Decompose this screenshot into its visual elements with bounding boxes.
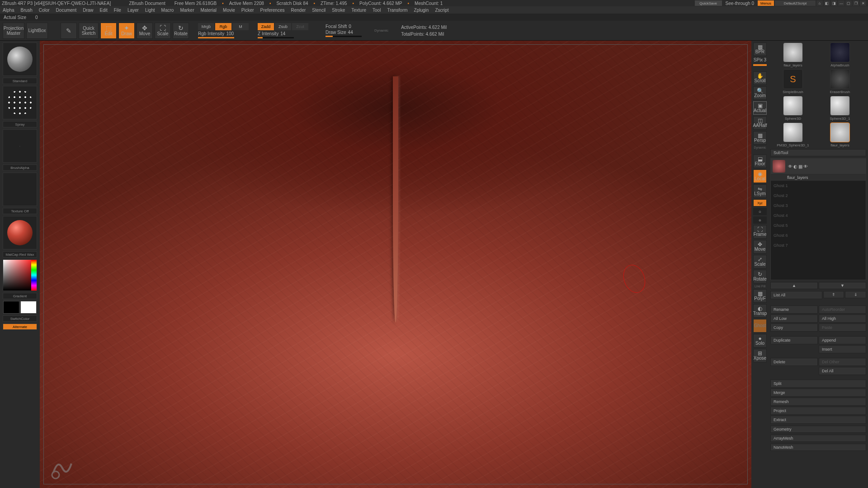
ghost-button[interactable]: Ghost <box>753 319 767 333</box>
focal-shift-slider[interactable]: Focal Shift 0 <box>326 24 362 29</box>
move-up-button[interactable]: ▲ <box>770 282 818 289</box>
paste-button[interactable]: Paste <box>819 324 866 332</box>
listall-button[interactable]: List All <box>770 291 822 299</box>
texture-selector[interactable] <box>3 173 37 206</box>
menu-draw[interactable]: Draw <box>83 8 93 13</box>
alpha-selector[interactable]: · <box>3 129 37 163</box>
remesh-button[interactable]: Remesh <box>770 398 866 406</box>
duplicate-button[interactable]: Duplicate <box>770 336 818 344</box>
tool-item[interactable]: EraserBrush <box>817 69 863 94</box>
close-icon[interactable]: ✕ <box>860 0 866 6</box>
stroke-selector[interactable] <box>3 86 37 119</box>
split-button[interactable]: Split <box>770 380 866 388</box>
tool-item[interactable]: PM3D_Sphere3D_1 <box>770 122 816 147</box>
nav-scale-button[interactable]: ⤢Scale <box>753 255 767 268</box>
material-selector[interactable] <box>3 216 37 249</box>
restore-icon[interactable]: ❐ <box>853 0 859 6</box>
menu-layer[interactable]: Layer <box>127 8 139 13</box>
local-button[interactable]: ◉Local <box>753 169 767 183</box>
nav-down-button[interactable]: ⇓ <box>845 291 866 298</box>
rotate-button[interactable]: ↻Rotate <box>173 23 189 39</box>
tool-item[interactable]: AlphaBrush <box>817 42 863 67</box>
menu-document[interactable]: Document <box>56 8 77 13</box>
autoreorder-button[interactable]: AutoReorder <box>819 305 866 314</box>
primary-color-swatch[interactable] <box>20 301 37 314</box>
zadd-toggle[interactable]: Zadd <box>258 23 274 30</box>
zcut-toggle[interactable]: Zcut <box>292 23 308 30</box>
zsub-toggle[interactable]: Zsub <box>275 23 291 30</box>
tool-item[interactable]: SSimpleBrush <box>770 69 816 94</box>
geometry-section[interactable]: Geometry <box>770 426 866 433</box>
transp-button[interactable]: ◐Transp <box>753 304 767 318</box>
allhigh-button[interactable]: All High <box>819 314 866 323</box>
dock-right-icon[interactable]: ◨ <box>831 0 837 6</box>
m-toggle[interactable]: M <box>232 23 249 30</box>
menu-alpha[interactable]: Alpha <box>3 8 14 13</box>
menu-color[interactable]: Color <box>39 8 50 13</box>
script-button[interactable]: DefaultZScript <box>775 0 816 6</box>
zoom-button[interactable]: 🔍Zoom <box>753 86 767 100</box>
tool-item[interactable]: Sphere3D_1 <box>817 96 863 121</box>
maximize-icon[interactable]: ▢ <box>845 0 852 6</box>
home-icon[interactable]: ⌂ <box>816 0 823 6</box>
move-button[interactable]: ✥Move <box>137 23 153 39</box>
persp-button[interactable]: ▦Persp <box>753 131 767 145</box>
merge-button[interactable]: Merge <box>770 389 866 397</box>
xyz-button[interactable]: Xyz <box>753 199 767 206</box>
menu-brush[interactable]: Brush <box>21 8 33 13</box>
rgb-toggle[interactable]: Rgb <box>215 23 231 30</box>
quicksketch-button[interactable]: ✎ <box>61 23 77 39</box>
menu-transform[interactable]: Transform <box>387 8 407 13</box>
lsym-button[interactable]: ⇋LSym <box>753 184 767 198</box>
dock-left-icon[interactable]: ◧ <box>824 0 830 6</box>
menu-texture[interactable]: Texture <box>351 8 366 13</box>
menu-stroke[interactable]: Stroke <box>332 8 345 13</box>
gradient-button[interactable]: Gradient <box>3 293 37 299</box>
projection-master-button[interactable]: Projection Master <box>3 23 24 39</box>
move-down-button[interactable]: ▼ <box>819 282 866 289</box>
center-button[interactable]: ⊙ <box>753 208 767 215</box>
menu-tool[interactable]: Tool <box>373 8 381 13</box>
menu-material[interactable]: Material <box>201 8 217 13</box>
scale-button[interactable]: ⛶Scale <box>155 23 171 39</box>
actual-button[interactable]: ▣Actual <box>753 101 767 115</box>
mrgb-toggle[interactable]: Mrgb <box>198 23 214 30</box>
frame-button[interactable]: ⛶Frame <box>753 225 767 239</box>
floor-button[interactable]: ⬓Floor <box>753 155 767 168</box>
menu-render[interactable]: Render <box>291 8 306 13</box>
menu-macro[interactable]: Macro <box>161 8 174 13</box>
minimize-icon[interactable]: — <box>838 0 844 6</box>
polyf-button[interactable]: ▦PolyF <box>753 289 767 303</box>
switchcolor-button[interactable]: SwitchColor <box>3 315 37 322</box>
secondary-color-swatch[interactable] <box>3 301 19 314</box>
alllow-button[interactable]: All Low <box>770 314 818 323</box>
bpr-button[interactable]: ▦BPR <box>753 42 767 56</box>
menus-button[interactable]: Menus <box>758 0 774 6</box>
fit-button[interactable]: ⊕ <box>753 216 767 224</box>
arraymesh-section[interactable]: ArrayMesh <box>770 435 866 442</box>
menu-zscript[interactable]: Zscript <box>435 8 448 13</box>
project-button[interactable]: Project <box>770 407 866 415</box>
tool-item[interactable]: flaur_layers <box>770 42 816 67</box>
nanomesh-section[interactable]: NanoMesh <box>770 444 866 451</box>
color-picker[interactable] <box>3 259 37 291</box>
alternate-button[interactable]: Alternate <box>3 324 37 330</box>
canvas-viewport[interactable] <box>40 41 751 488</box>
eye2-icon[interactable]: 👁 <box>803 164 808 169</box>
menu-picker[interactable]: Picker <box>241 8 254 13</box>
menu-movie[interactable]: Movie <box>223 8 235 13</box>
delall-button[interactable]: Del All <box>819 367 866 375</box>
menu-preferences[interactable]: Preferences <box>260 8 285 13</box>
z-intensity-slider[interactable]: Z Intensity 14 <box>258 31 308 36</box>
nav-rotate-button[interactable]: ↻Rotate <box>753 270 767 283</box>
delother-button[interactable]: Del Other <box>819 358 866 366</box>
edit-button[interactable]: ⬚Edit <box>100 23 117 39</box>
eye-icon[interactable]: 👁 <box>788 164 793 169</box>
insert-button[interactable]: Insert <box>819 345 866 353</box>
brush-vis-icon[interactable]: ◐ <box>793 164 797 169</box>
menu-edit[interactable]: Edit <box>100 8 108 13</box>
quicksketch-label[interactable]: Quick Sketch <box>79 23 99 39</box>
lightbox-button[interactable]: LightBox <box>26 23 48 39</box>
menu-stencil[interactable]: Stencil <box>312 8 326 13</box>
append-button[interactable]: Append <box>819 336 866 344</box>
